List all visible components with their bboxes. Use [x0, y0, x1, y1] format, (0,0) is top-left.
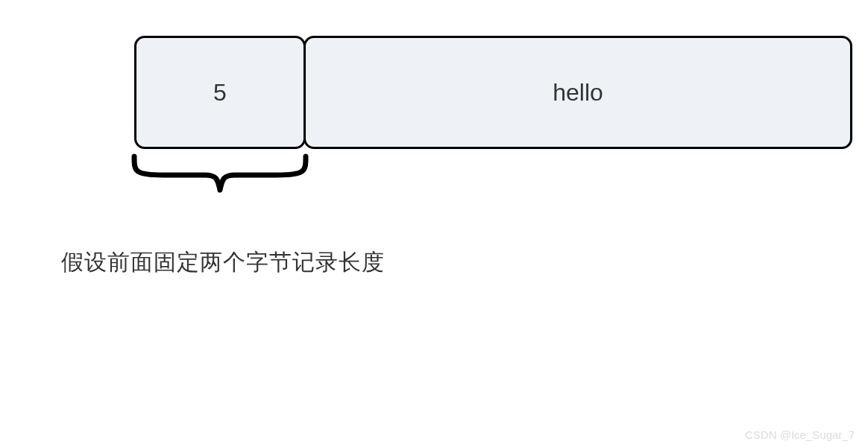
payload-value: hello	[553, 79, 603, 107]
diagram-container: 5 hello	[134, 36, 852, 149]
length-prefix-box: 5	[134, 36, 306, 149]
brace-icon	[127, 149, 313, 209]
watermark-text: CSDN @Ice_Sugar_7	[745, 428, 855, 441]
caption-text: 假设前面固定两个字节记录长度	[61, 247, 385, 278]
length-value: 5	[213, 79, 227, 107]
payload-box: hello	[304, 36, 852, 149]
packet-boxes: 5 hello	[134, 36, 852, 149]
